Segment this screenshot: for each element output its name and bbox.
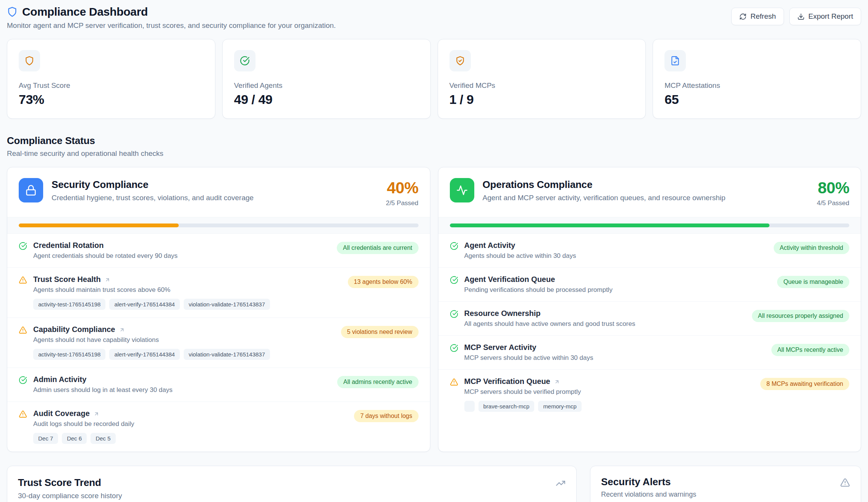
page-title: Compliance Dashboard: [22, 5, 148, 18]
panel-subtitle: Credential hygiene, trust scores, violat…: [52, 194, 377, 202]
compliance-check-row: Capability Compliance Agents should not …: [7, 317, 430, 368]
alert-triangle-icon: [19, 326, 27, 334]
check-title: Credential Rotation: [33, 241, 103, 250]
compliance-check-row: Credential Rotation Agent credentials sh…: [7, 233, 430, 267]
external-link-icon[interactable]: [554, 379, 560, 385]
trend-title: Trust Score Trend: [18, 477, 122, 489]
download-icon: [797, 13, 805, 20]
trust-score-trend-card: Trust Score Trend 30-day compliance scor…: [7, 466, 577, 502]
stat-card: Verified Agents 49 / 49: [222, 39, 431, 119]
check-circle-icon: [240, 56, 250, 66]
tag-chip: [464, 401, 475, 412]
external-link-icon[interactable]: [119, 327, 125, 333]
panel-subtitle: Agent and MCP server activity, verificat…: [483, 194, 808, 202]
file-check-icon: [670, 56, 680, 66]
check-description: MCP servers should be verified promptly: [464, 388, 755, 396]
compliance-status-subtitle: Real-time security and operational healt…: [7, 149, 861, 158]
check-title: Admin Activity: [33, 375, 86, 384]
alert-triangle-icon: [19, 276, 27, 284]
panel-percent: 40%: [386, 179, 418, 197]
check-status-badge: All resources properly assigned: [752, 310, 849, 322]
panel-passed: 4/5 Passed: [817, 199, 849, 207]
check-description: MCP servers should be active within 30 d…: [464, 354, 765, 362]
shield-icon: [24, 56, 34, 66]
refresh-icon: [739, 13, 747, 20]
check-circle-icon: [450, 310, 458, 318]
page-subtitle: Monitor agent and MCP server verificatio…: [7, 21, 336, 30]
security-alerts-panel: Security Alerts Recent violations and wa…: [590, 466, 861, 502]
tag-chip: brave-search-mcp: [478, 401, 535, 412]
operations-checks-list: Agent Activity Agents should be active w…: [438, 233, 861, 419]
check-tags: activity-test-1765145198alert-verify-176…: [33, 299, 342, 310]
alert-triangle-icon: [840, 478, 850, 487]
check-title: Resource Ownership: [464, 309, 541, 318]
check-title: Agent Activity: [464, 241, 516, 250]
compliance-check-row: Trust Score Health Agents should maintai…: [7, 267, 430, 317]
check-tags: Dec 7Dec 6Dec 5: [33, 433, 348, 444]
external-link-icon[interactable]: [94, 411, 99, 417]
refresh-button[interactable]: Refresh: [731, 8, 784, 25]
tag-chip: activity-test-1765145198: [33, 349, 105, 360]
check-description: Agents should be active within 30 days: [464, 252, 768, 260]
trend-subtitle: 30-day compliance score history: [18, 492, 122, 500]
check-description: Audit logs should be recorded daily: [33, 420, 348, 428]
alert-triangle-icon: [450, 378, 458, 386]
alerts-title: Security Alerts: [601, 476, 696, 488]
tag-chip: Dec 5: [91, 433, 115, 444]
compliance-check-row: MCP Server Activity MCP servers should b…: [438, 335, 861, 369]
check-title: Agent Verification Queue: [464, 275, 555, 284]
alerts-subtitle: Recent violations and warnings: [601, 491, 696, 499]
page-header: Compliance Dashboard Monitor agent and M…: [7, 5, 861, 30]
shield-icon: [7, 6, 18, 17]
stat-card: Avg Trust Score 73%: [7, 39, 215, 119]
tag-chip: violation-validate-1765143837: [184, 349, 270, 360]
check-tags: brave-search-mcpmemory-mcp: [464, 401, 755, 412]
compliance-status-title: Compliance Status: [7, 135, 861, 147]
tag-chip: violation-validate-1765143837: [184, 299, 270, 310]
check-status-badge: Queue is manageable: [777, 276, 849, 288]
check-title: Capability Compliance: [33, 325, 115, 334]
check-circle-icon: [19, 242, 27, 250]
panel-percent: 80%: [817, 179, 849, 197]
stat-label: Verified Agents: [234, 81, 419, 90]
stat-card: Verified MCPs 1 / 9: [438, 39, 646, 119]
check-title: Trust Score Health: [33, 275, 101, 284]
check-description: Agents should maintain trust scores abov…: [33, 286, 342, 294]
panel-title: Security Compliance: [52, 179, 377, 191]
check-description: Pending verifications should be processe…: [464, 286, 771, 294]
compliance-check-row: Agent Activity Agents should be active w…: [438, 233, 861, 267]
stat-label: Verified MCPs: [449, 81, 634, 90]
check-status-badge: 7 days without logs: [354, 410, 418, 422]
compliance-dashboard-page: Compliance Dashboard Monitor agent and M…: [0, 0, 868, 502]
tag-chip: Dec 6: [62, 433, 87, 444]
lock-icon: [19, 178, 43, 202]
check-description: Agent credentials should be rotated ever…: [33, 252, 331, 260]
stat-value: 73%: [19, 92, 204, 107]
check-status-badge: Activity within threshold: [774, 242, 849, 254]
left-column: Trust Score Trend 30-day compliance scor…: [7, 466, 577, 502]
alert-triangle-icon: [19, 410, 27, 418]
external-link-icon[interactable]: [105, 277, 110, 283]
tag-chip: memory-mcp: [538, 401, 582, 412]
activity-icon: [450, 178, 474, 202]
check-circle-icon: [450, 242, 458, 250]
check-circle-icon: [450, 344, 458, 352]
refresh-label: Refresh: [750, 12, 776, 21]
check-circle-icon: [450, 276, 458, 284]
check-status-badge: All MCPs recently active: [771, 344, 850, 356]
bottom-section: Trust Score Trend 30-day compliance scor…: [7, 466, 861, 502]
check-status-badge: 8 MCPs awaiting verification: [760, 378, 849, 390]
check-tags: activity-test-1765145198alert-verify-176…: [33, 349, 335, 360]
tag-chip: activity-test-1765145198: [33, 299, 105, 310]
check-status-badge: All credentials are current: [337, 242, 418, 254]
operations-compliance-panel: Operations Compliance Agent and MCP serv…: [438, 167, 862, 452]
check-status-badge: All admins recently active: [337, 376, 419, 388]
export-report-button[interactable]: Export Report: [789, 8, 861, 25]
stat-card: MCP Attestations 65: [653, 39, 861, 119]
stat-value: 65: [664, 92, 849, 107]
compliance-status-section: Compliance Status Real-time security and…: [7, 135, 861, 452]
check-circle-icon: [19, 376, 27, 384]
check-status-badge: 5 violations need review: [341, 326, 419, 338]
security-checks-list: Credential Rotation Agent credentials sh…: [7, 233, 430, 452]
shield-check-icon: [455, 56, 465, 66]
